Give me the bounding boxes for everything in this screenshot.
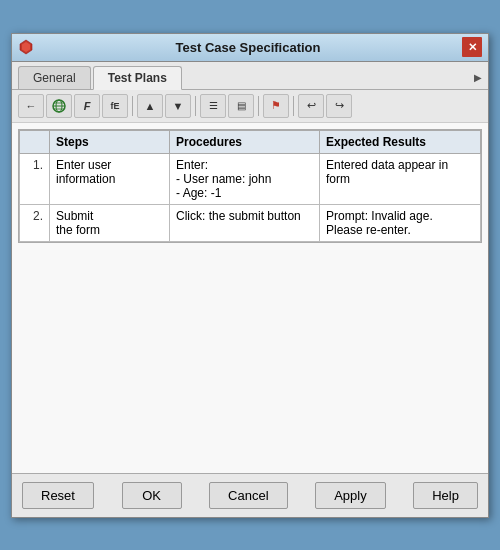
col-header-num <box>20 130 50 153</box>
undo-button[interactable]: ↩ <box>298 94 324 118</box>
sep4 <box>293 96 294 116</box>
window-icon <box>18 39 34 55</box>
cancel-button[interactable]: Cancel <box>209 482 287 509</box>
sep3 <box>258 96 259 116</box>
flag-button[interactable]: ⚑ <box>263 94 289 118</box>
ok-button[interactable]: OK <box>122 482 182 509</box>
tab-test-plans[interactable]: Test Plans <box>93 66 182 90</box>
down-button[interactable]: ▼ <box>165 94 191 118</box>
table-row: 1. Enter user information Enter:- User n… <box>20 153 481 204</box>
steps-table-container: Steps Procedures Expected Results 1. Ent… <box>18 129 482 243</box>
content-area: Steps Procedures Expected Results 1. Ent… <box>12 123 488 473</box>
apply-button[interactable]: Apply <box>315 482 386 509</box>
globe-icon <box>52 99 66 113</box>
row2-num: 2. <box>20 204 50 241</box>
tab-bar: General Test Plans ▶ <box>12 62 488 90</box>
row1-procedure: Enter:- User name: john- Age: -1 <box>170 153 320 204</box>
back-button[interactable]: ← <box>18 94 44 118</box>
format-button[interactable]: F <box>74 94 100 118</box>
col-header-expected: Expected Results <box>320 130 481 153</box>
up-button[interactable]: ▲ <box>137 94 163 118</box>
window-title: Test Case Specification <box>34 40 462 55</box>
col-header-procedures: Procedures <box>170 130 320 153</box>
table-row: 2. Submitthe form Click: the submit butt… <box>20 204 481 241</box>
close-button[interactable]: ✕ <box>462 37 482 57</box>
titlebar: Test Case Specification ✕ <box>12 34 488 62</box>
row1-expected: Entered data appear in form <box>320 153 481 204</box>
row2-expected: Prompt: Invalid age.Please re-enter. <box>320 204 481 241</box>
row2-step: Submitthe form <box>50 204 170 241</box>
help-button[interactable]: Help <box>413 482 478 509</box>
sep1 <box>132 96 133 116</box>
toolbar: ← F fE ▲ ▼ ☰ ▤ ⚑ ↩ ↪ <box>12 90 488 123</box>
row2-procedure: Click: the submit button <box>170 204 320 241</box>
format-bold-button[interactable]: fE <box>102 94 128 118</box>
row1-step: Enter user information <box>50 153 170 204</box>
main-window: Test Case Specification ✕ General Test P… <box>11 33 489 518</box>
tab-general[interactable]: General <box>18 66 91 89</box>
empty-area <box>18 243 482 423</box>
globe-button[interactable] <box>46 94 72 118</box>
col-header-steps: Steps <box>50 130 170 153</box>
row1-num: 1. <box>20 153 50 204</box>
tab-overflow-arrow[interactable]: ▶ <box>474 72 482 89</box>
sep2 <box>195 96 196 116</box>
list2-button[interactable]: ▤ <box>228 94 254 118</box>
reset-button[interactable]: Reset <box>22 482 94 509</box>
steps-table: Steps Procedures Expected Results 1. Ent… <box>19 130 481 242</box>
footer: Reset OK Cancel Apply Help <box>12 473 488 517</box>
redo-button[interactable]: ↪ <box>326 94 352 118</box>
list-button[interactable]: ☰ <box>200 94 226 118</box>
